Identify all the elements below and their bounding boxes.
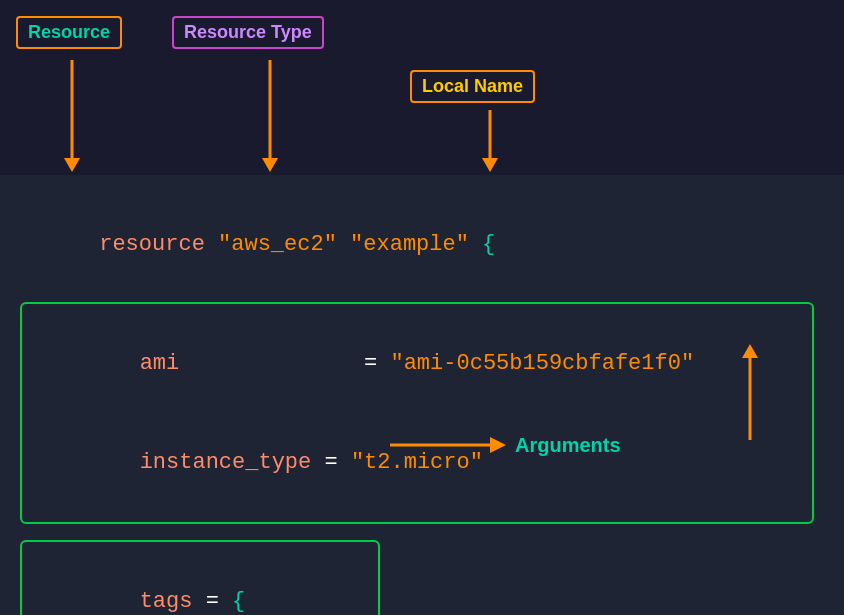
local-name-label: Local Name (410, 70, 535, 103)
tags-brace-open: { (232, 589, 245, 614)
resource-type-label: Resource Type (172, 16, 324, 49)
val-instance-type: "t2.micro" (351, 450, 483, 475)
code-line-instance-type: instance_type = "t2.micro" (34, 413, 800, 512)
keyword-tags: tags (140, 589, 193, 614)
val-ami: "ami-0c55b159cbfafe1f0" (390, 351, 694, 376)
code-line-1: resource "aws_ec2" "example" { (20, 195, 824, 294)
svg-marker-5 (482, 158, 498, 172)
svg-marker-1 (64, 158, 80, 172)
code-line-tags-open: tags = { (34, 552, 366, 615)
open-brace: { (482, 232, 495, 257)
keyword-resource: resource (99, 232, 205, 257)
attr-ami: ami (140, 351, 180, 376)
resource-label: Resource (16, 16, 122, 49)
code-line-ami: ami = "ami-0c55b159cbfafe1f0" (34, 314, 800, 413)
resource-type-label-text: Resource Type (184, 22, 312, 42)
local-name-label-text: Local Name (422, 76, 523, 96)
tags-block: tags = { Name = "Linux" } (20, 540, 380, 615)
diagram: Resource Resource Type Local Name resour… (0, 0, 844, 615)
svg-marker-3 (262, 158, 278, 172)
resource-label-text: Resource (28, 22, 110, 42)
string-example: "example" (350, 232, 469, 257)
attr-instance-type: instance_type (140, 450, 312, 475)
code-area: resource "aws_ec2" "example" { ami = "am… (0, 175, 844, 615)
annotations-area: Resource Resource Type Local Name (0, 0, 844, 160)
string-aws-ec2: "aws_ec2" (218, 232, 337, 257)
arguments-block: ami = "ami-0c55b159cbfafe1f0" instance_t… (20, 302, 814, 524)
